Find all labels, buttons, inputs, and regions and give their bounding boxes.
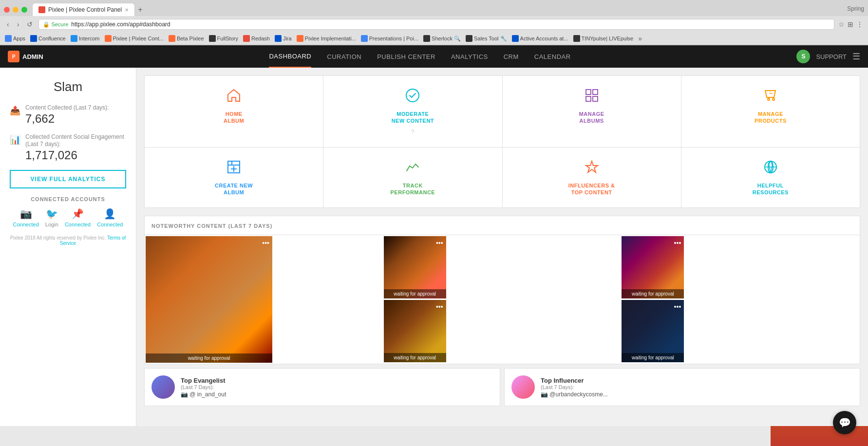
more-icon[interactable]: ⋮ (856, 20, 863, 28)
bookmark-tinypulse-label: TINYpulse| LIVEpulse (582, 36, 634, 41)
tinypulse-bm-icon (573, 35, 580, 42)
help-icon[interactable]: ? (411, 129, 415, 135)
nav-dashboard[interactable]: DASHBOARD (269, 46, 311, 68)
bookmark-confluence[interactable]: Confluence (30, 35, 66, 42)
reload-button[interactable]: ↺ (25, 19, 35, 29)
bookmarks-more-button[interactable]: » (638, 35, 642, 42)
action-moderate[interactable]: MODERATENEW CONTENT ? (323, 76, 502, 147)
bookmark-fullstory[interactable]: FullStory (209, 35, 238, 42)
social-instagram: 📷 Connected (13, 208, 39, 227)
action-home-album[interactable]: HOMEALBUM (145, 76, 323, 147)
bookmark-redash-label: Redash (251, 36, 270, 41)
nav-calendar[interactable]: CALENDAR (534, 46, 571, 67)
home-album-label: HOMEALBUM (224, 111, 244, 125)
action-track[interactable]: TRACKPERFORMANCE (323, 148, 502, 208)
content-item-eye[interactable]: ••• waiting for approval (384, 236, 446, 298)
action-influencers[interactable]: INFLUENCERS &TOP CONTENT (503, 148, 681, 208)
bookmark-sherlock[interactable]: Sherlock 🔍 (423, 35, 461, 42)
action-manage-albums[interactable]: MANAGEALBUMS (503, 76, 681, 147)
content-overlay-brow: waiting for approval (622, 353, 684, 362)
bookmark-sales[interactable]: Sales Tool 🔧 (466, 35, 507, 42)
action-manage-products[interactable]: MANAGEPRODUCTS (681, 76, 860, 147)
bookmark-pixlee-impl[interactable]: Pixlee Implementati... (297, 35, 356, 42)
bookmark-beta[interactable]: Beta Pixlee (169, 35, 204, 42)
nav-analytics[interactable]: ANALYTICS (451, 46, 488, 67)
content-dots-naked[interactable]: ••• (674, 239, 681, 247)
address-bar: ‹ › ↺ 🔒 Secure https://app.pixlee.com/ap… (0, 16, 868, 33)
content-item-face[interactable]: ••• waiting for approval (384, 300, 446, 362)
stat-content-collected: 📤 Content Collected (Last 7 days): 7,662 (10, 104, 126, 126)
bookmark-icon[interactable]: ☆ (838, 20, 845, 28)
bookmark-jira[interactable]: Jira (275, 35, 292, 42)
pixlee-bm-icon (105, 35, 112, 42)
secure-badge: 🔒 Secure (43, 21, 68, 28)
intercom-bm-icon (71, 35, 77, 42)
bookmark-tinypulse[interactable]: TINYpulse| LIVEpulse (573, 35, 634, 42)
minimize-light[interactable] (13, 7, 19, 13)
action-resources[interactable]: HELPFULRESOURCES (681, 148, 860, 208)
svg-rect-2 (593, 90, 598, 94)
content-dots-palette[interactable]: ••• (262, 239, 269, 247)
forward-button[interactable]: › (15, 19, 21, 29)
bookmark-apps-label: Apps (13, 36, 25, 41)
user-avatar[interactable]: S (796, 50, 810, 63)
bottom-grid: Top Evangelist (Last 7 Days): 📷 @ in_and… (144, 368, 860, 406)
bookmark-apps[interactable]: Apps (5, 35, 25, 42)
social-facebook: 👤 Connected (97, 208, 123, 227)
bookmark-active-accounts[interactable]: Active Accounts at... (512, 35, 568, 42)
support-button[interactable]: SUPPORT (816, 53, 847, 60)
bookmark-intercom[interactable]: Intercom (71, 35, 100, 42)
nav-publish-center[interactable]: PUBLISH CENTER (377, 46, 435, 67)
app-navbar: P ADMIN DASHBOARD CURATION PUBLISH CENTE… (0, 45, 868, 68)
address-box[interactable]: 🔒 Secure https://app.pixlee.com/app#dash… (38, 19, 834, 30)
stat-engagement-value: 1,717,026 (25, 149, 126, 162)
pinterest-status: Connected (65, 222, 91, 227)
content-dots-eye[interactable]: ••• (436, 239, 443, 247)
footer-text: Pixlee 2018 All rights reserved by Pixle… (10, 235, 126, 246)
bookmark-pixlee[interactable]: Pixlee | Pixlee Cont... (105, 35, 164, 42)
bookmark-confluence-label: Confluence (38, 36, 66, 41)
bookmark-pixlee-impl-label: Pixlee Implementati... (305, 36, 356, 41)
close-light[interactable] (4, 7, 10, 13)
bookmark-sales-label: Sales Tool 🔧 (474, 36, 507, 42)
pixlee-impl-bm-icon (297, 35, 303, 42)
bookmark-beta-label: Beta Pixlee (177, 36, 204, 41)
noteworthy-header: NOTEWORTHY CONTENT (LAST 7 DAYS) (145, 216, 860, 235)
track-label: TRACKPERFORMANCE (391, 182, 435, 196)
noteworthy-section: NOTEWORTHY CONTENT (LAST 7 DAYS) ••• wai… (144, 216, 860, 364)
bookmarks-bar: Apps Confluence Intercom Pixlee | Pixlee… (0, 33, 868, 45)
svg-rect-4 (593, 96, 598, 101)
create-album-icon (226, 159, 242, 178)
upload-icon: 📤 (10, 105, 20, 116)
content-item-palette[interactable]: ••• waiting for approval (146, 236, 272, 363)
tab-close-button[interactable]: ✕ (125, 7, 129, 13)
content-item-brow[interactable]: ••• waiting for approval (622, 300, 684, 362)
fullstory-bm-icon (209, 35, 216, 42)
svg-point-5 (768, 98, 770, 100)
nav-crm[interactable]: CRM (504, 46, 519, 67)
connected-accounts-label: CONNECTED ACCOUNTS (10, 196, 126, 202)
bookmark-redash[interactable]: Redash (243, 35, 270, 42)
extensions-icon[interactable]: ⊞ (848, 20, 853, 28)
hamburger-menu[interactable]: ☰ (852, 51, 860, 62)
svg-rect-1 (586, 90, 591, 94)
address-actions: ☆ ⊞ ⋮ (838, 20, 863, 28)
manage-albums-label: MANAGEALBUMS (579, 111, 604, 125)
bookmark-active-label: Active Accounts at... (520, 36, 568, 41)
maximize-light[interactable] (21, 7, 27, 13)
bookmark-presentations[interactable]: Presentations | Poi... (361, 35, 418, 42)
evangelist-info: Top Evangelist (Last 7 Days): 📷 @ in_and… (181, 377, 226, 398)
nav-curation[interactable]: CURATION (327, 46, 361, 67)
view-analytics-button[interactable]: VIEW FULL ANALYTICS (10, 170, 126, 188)
content-item-naked[interactable]: ••• waiting for approval (622, 236, 684, 298)
tab-favicon (38, 6, 45, 13)
active-tab[interactable]: Pixlee | Pixlee Control Panel ✕ (32, 3, 135, 16)
content-dots-brow[interactable]: ••• (674, 303, 681, 311)
action-create-album[interactable]: CREATE NEWALBUM (145, 148, 323, 208)
content-dots-face[interactable]: ••• (436, 303, 443, 311)
jira-bm-icon (275, 35, 282, 42)
influencer-subtitle: (Last 7 Days): (541, 384, 608, 390)
new-tab-button[interactable]: + (135, 5, 145, 14)
back-button[interactable]: ‹ (5, 19, 11, 29)
social-twitter: 🐦 Login (45, 208, 58, 227)
